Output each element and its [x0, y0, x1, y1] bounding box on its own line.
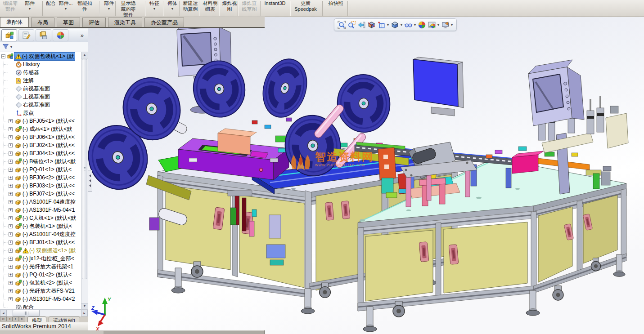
tree-item[interactable]: +(-) BFJ05<1> (默认<<	[0, 117, 81, 125]
ribbon-tab-渲染工具[interactable]: 渲染工具	[108, 18, 142, 27]
ribbon-button-10[interactable]: 材料明细表	[201, 0, 220, 12]
expand-toggle[interactable]: +	[9, 273, 13, 277]
expand-toggle[interactable]: +	[9, 192, 13, 196]
feature-manager-tab[interactable]	[1, 29, 17, 41]
dropdown-arrow-icon[interactable]: ▼	[165, 7, 180, 10]
apply-scene-icon[interactable]	[428, 21, 436, 29]
ribbon-button-15[interactable]: 拍快照	[326, 0, 346, 6]
motion-tab-模型[interactable]: 模型	[27, 316, 46, 322]
dropdown-arrow-icon[interactable]: ▼	[101, 7, 117, 10]
ribbon-button-5[interactable]: 部件▼	[101, 0, 117, 10]
tree-horizontal-scrollbar[interactable]: ◄ ►	[0, 309, 88, 316]
expand-toggle[interactable]: +	[9, 176, 13, 180]
previous-view-icon[interactable]	[357, 21, 366, 29]
ribbon-button-9[interactable]: 新建运动算例	[181, 0, 200, 12]
expand-toggle[interactable]: +	[9, 297, 13, 301]
panel-overflow-chevron[interactable]: »	[78, 32, 86, 39]
section-view-icon[interactable]	[367, 21, 376, 29]
ribbon-button-6[interactable]: 显示隐藏的零部件	[118, 0, 139, 18]
ribbon-tab-装配体[interactable]: 装配体	[0, 17, 29, 27]
ribbon-button-2[interactable]: 配合	[44, 0, 58, 6]
ribbon-tab-评估[interactable]: 评估	[82, 18, 106, 27]
dropdown-arrow-icon[interactable]: ▾	[451, 23, 453, 27]
scroll-thumb[interactable]	[82, 59, 87, 279]
expand-toggle[interactable]: +	[9, 249, 13, 253]
expand-toggle[interactable]: +	[9, 257, 13, 261]
tree-item[interactable]: +(-) BFJ06<2> (默认<<	[0, 174, 81, 182]
dropdown-arrow-icon[interactable]: ▾	[414, 23, 416, 27]
scroll-right-arrow[interactable]: ►	[81, 310, 88, 316]
view-orientation-icon[interactable]	[377, 21, 386, 29]
tree-item[interactable]: +(-) BFJ03<1> (默认<<	[0, 182, 81, 190]
tree-item[interactable]: +(-) B错位<1> (默认<默	[0, 157, 81, 165]
scroll-left-arrow[interactable]: ◄	[0, 310, 7, 316]
ribbon-button-14[interactable]: 更新Speedpak	[292, 0, 320, 12]
tree-item[interactable]: +(-) 光纤放大器托架<1	[0, 263, 81, 271]
expand-toggle[interactable]: +	[9, 232, 13, 236]
configuration-manager-tab[interactable]	[36, 29, 51, 41]
expand-toggle[interactable]: +	[9, 224, 13, 228]
scroll-up-arrow[interactable]: ▲	[81, 52, 88, 58]
expand-toggle[interactable]: +	[9, 289, 13, 293]
motion-tab-运动算例1[interactable]: 运动算例1	[49, 316, 80, 322]
expand-toggle[interactable]: +	[9, 200, 13, 204]
expand-toggle[interactable]: +	[9, 119, 13, 123]
zoom-fit-icon[interactable]	[338, 21, 346, 29]
tree-item[interactable]: History	[0, 60, 81, 68]
dropdown-arrow-icon[interactable]: ▾	[387, 23, 389, 27]
motion-nav-button[interactable]: |◂	[0, 316, 6, 321]
dropdown-arrow-icon[interactable]: ▾	[401, 23, 402, 27]
tree-item[interactable]: +(-) BFJ02<1> (默认<<	[0, 141, 81, 149]
filter-dropdown-arrow[interactable]: ▾	[10, 45, 12, 49]
tree-item[interactable]: 传感器	[0, 68, 81, 76]
hide-show-items-icon[interactable]	[404, 21, 413, 29]
tree-filter-row[interactable]: ▾	[0, 42, 88, 52]
motion-nav-button[interactable]: ▸|	[19, 316, 25, 321]
display-style-icon[interactable]	[391, 21, 399, 29]
expand-toggle[interactable]: +	[9, 208, 13, 212]
tree-item[interactable]: +(-) BFJ06<1> (默认<<	[0, 133, 81, 141]
tree-item[interactable]: +(-) AS1301F-M5-04<2	[0, 295, 81, 303]
tree-item[interactable]: A注解	[0, 76, 81, 85]
dropdown-arrow-icon[interactable]: ▼	[147, 7, 162, 10]
tree-item[interactable]: +(-) 成品<1> (默认<默	[0, 125, 81, 133]
tree-item[interactable]: +(-) 光纤放大器FS-V21	[0, 287, 81, 295]
tree-item[interactable]: +(-) BFJ04<1> (默认<<	[0, 149, 81, 157]
scroll-thumb-horizontal[interactable]	[13, 310, 40, 316]
display-manager-tab[interactable]	[53, 29, 68, 41]
expand-toggle[interactable]: +	[9, 151, 13, 156]
ribbon-tab-办公室产品[interactable]: 办公室产品	[144, 18, 184, 27]
tree-item[interactable]: +(-) PQ-01<1> (默认<	[0, 165, 81, 174]
tree-item[interactable]: +(-) PQ-01<2> (默认<	[0, 271, 81, 279]
tree-item[interactable]: +(-) BFJ07<1> (默认<<	[0, 190, 81, 198]
expand-toggle[interactable]: +	[9, 143, 13, 147]
expand-toggle[interactable]: +	[9, 135, 13, 139]
ribbon-button-1[interactable]: 部件▼	[21, 0, 39, 10]
expand-toggle[interactable]: +	[9, 184, 13, 188]
edit-appearance-icon[interactable]	[418, 21, 426, 29]
tree-item[interactable]: +(-) 包装机<2> (默认<	[0, 279, 81, 287]
ribbon-button-11[interactable]: 爆炸视图	[221, 0, 239, 12]
expand-toggle[interactable]: +	[9, 127, 13, 131]
collapse-toggle[interactable]: −	[1, 54, 5, 58]
expand-toggle[interactable]: +	[9, 281, 13, 285]
tree-item[interactable]: +(-) 双侧搬运<1> (默	[0, 246, 81, 254]
tree-item[interactable]: 原点	[0, 109, 81, 117]
zoom-area-icon[interactable]	[347, 21, 356, 29]
tree-item[interactable]: +(-) AS1001F-04速度控	[0, 198, 81, 206]
ribbon-tab-草图[interactable]: 草图	[57, 18, 80, 27]
expand-toggle[interactable]: +	[9, 265, 13, 269]
tree-item[interactable]: −(-) 双侧包装机<1> (默	[0, 52, 81, 60]
ribbon-button-13[interactable]: Instant3D	[262, 0, 288, 6]
panel-splitter-handle[interactable]	[88, 170, 92, 191]
tree-item[interactable]: 右视基准面	[0, 101, 81, 109]
ribbon-button-8[interactable]: 何体▼	[165, 0, 180, 10]
motion-nav-button[interactable]: ◂	[6, 316, 13, 321]
ribbon-button-3[interactable]: 部件...▼	[57, 0, 75, 10]
dropdown-arrow-icon[interactable]: ▼	[57, 7, 75, 10]
tree-item[interactable]: +(-) AS1301F-M5-04<1	[0, 206, 81, 214]
tree-item[interactable]: +(-) jx12-电控柜_全部<	[0, 254, 81, 263]
dropdown-arrow-icon[interactable]: ▼	[21, 7, 39, 10]
expand-toggle[interactable]: +	[9, 160, 13, 164]
dropdown-arrow-icon[interactable]: ▾	[437, 23, 439, 27]
